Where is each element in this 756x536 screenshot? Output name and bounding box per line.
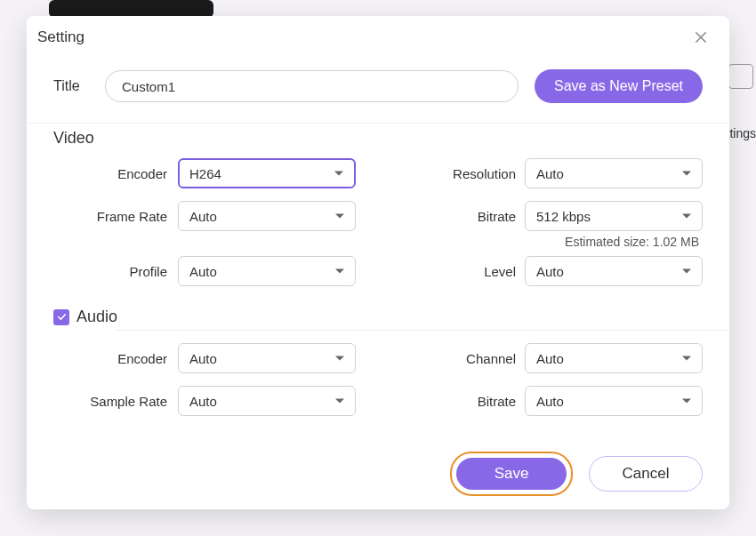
close-icon	[693, 29, 709, 45]
audio-sample-rate-select[interactable]: Auto	[178, 386, 356, 416]
audio-encoder-select[interactable]: Auto	[178, 343, 356, 373]
audio-section: Audio Encoder Auto Channel Auto Sample R…	[27, 302, 729, 432]
video-resolution-select[interactable]: Auto	[525, 158, 703, 188]
resolution-label: Resolution	[436, 166, 525, 181]
audio-bitrate-label: Bitrate	[436, 394, 525, 409]
select-value: Auto	[536, 351, 564, 366]
save-button[interactable]: Save	[456, 458, 567, 490]
select-value: Auto	[189, 209, 217, 224]
audio-encoder-label: Encoder	[53, 351, 178, 366]
select-value: 512 kbps	[536, 209, 591, 224]
audio-bitrate-select[interactable]: Auto	[525, 386, 703, 416]
select-value: Auto	[536, 394, 564, 409]
estimated-size-label: Estimated size: 1.02 MB	[525, 235, 703, 251]
background-text: ttings	[727, 126, 756, 140]
modal-title: Setting	[37, 28, 84, 46]
select-value: Auto	[536, 264, 564, 279]
modal-footer: Save Cancel	[27, 432, 729, 519]
video-level-select[interactable]: Auto	[525, 256, 703, 286]
background-toolbar-hint	[49, 0, 213, 18]
channel-label: Channel	[436, 351, 525, 366]
encoder-label: Encoder	[53, 166, 178, 181]
audio-section-title: Audio	[76, 302, 117, 337]
select-value: H264	[189, 166, 221, 181]
divider	[116, 330, 729, 331]
cancel-button[interactable]: Cancel	[589, 456, 703, 492]
save-button-highlight: Save	[450, 452, 573, 496]
title-input[interactable]	[105, 70, 519, 102]
select-value: Auto	[189, 264, 217, 279]
profile-label: Profile	[53, 264, 178, 279]
video-section: Video Encoder H264 Resolution Auto Frame…	[27, 123, 729, 302]
check-icon	[56, 311, 68, 323]
select-value: Auto	[536, 166, 564, 181]
frame-rate-label: Frame Rate	[53, 209, 178, 224]
background-clipboard-icon	[728, 64, 753, 89]
audio-channel-select[interactable]: Auto	[525, 343, 703, 373]
video-profile-select[interactable]: Auto	[178, 256, 356, 286]
video-encoder-select[interactable]: H264	[178, 158, 356, 188]
title-label: Title	[53, 78, 89, 94]
modal-header: Setting	[27, 16, 729, 57]
video-section-title: Video	[53, 124, 703, 158]
select-value: Auto	[189, 351, 217, 366]
title-row: Title Save as New Preset	[27, 57, 729, 123]
select-value: Auto	[189, 394, 217, 409]
audio-enable-checkbox[interactable]	[53, 309, 69, 325]
save-as-new-preset-button[interactable]: Save as New Preset	[535, 69, 703, 103]
video-bitrate-label: Bitrate	[436, 209, 525, 224]
video-bitrate-select[interactable]: 512 kbps	[525, 201, 703, 231]
video-frame-rate-select[interactable]: Auto	[178, 201, 356, 231]
level-label: Level	[436, 264, 525, 279]
close-button[interactable]	[690, 27, 712, 48]
settings-modal: Setting Title Save as New Preset Video E…	[27, 16, 729, 509]
sample-rate-label: Sample Rate	[53, 394, 178, 409]
